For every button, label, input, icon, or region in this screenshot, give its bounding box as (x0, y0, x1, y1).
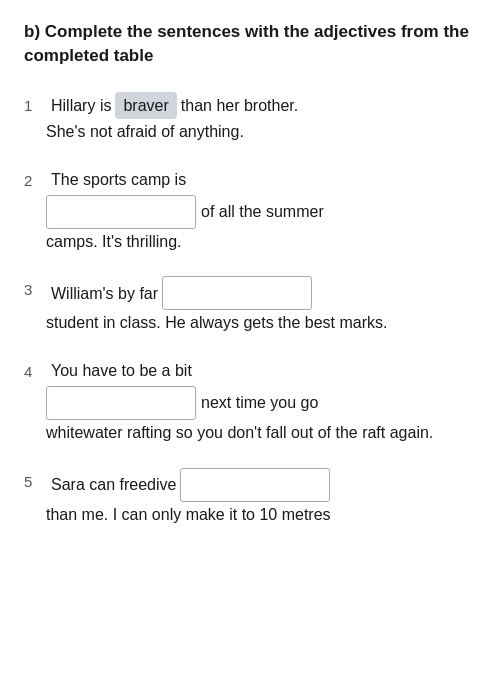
list-item: 4 You have to be a bit next time you go … (24, 358, 476, 446)
answer-input-5[interactable] (180, 468, 330, 502)
answer-input-4[interactable] (46, 386, 196, 420)
answer-input-3[interactable] (162, 276, 312, 310)
item-number-3: 3 (24, 276, 42, 302)
text-next-time: next time you go (201, 394, 318, 412)
text-williams-by-far: William's by far (51, 281, 158, 307)
continuation-2: camps. It's thrilling. (46, 229, 476, 255)
item-number-1: 1 (24, 92, 42, 118)
text-sports-camp: The sports camp is (51, 167, 186, 193)
continuation-3: student in class. He always gets the bes… (24, 310, 476, 336)
text-sara-can: Sara can freedive (51, 472, 176, 498)
list-item: 5 Sara can freedive than me. I can only … (24, 468, 476, 528)
list-item: 3 William's by far student in class. He … (24, 276, 476, 336)
item-number-4: 4 (24, 358, 42, 384)
text-hillary-is: Hillary is (51, 93, 111, 119)
continuation-5: than me. I can only make it to 10 metres (24, 502, 476, 528)
list-item: 1 Hillary is braver than her brother. Sh… (24, 92, 476, 145)
text-than-her-brother: than her brother. (181, 93, 298, 119)
answer-highlight-1: braver (115, 92, 176, 120)
continuation-4: whitewater rafting so you don't fall out… (46, 420, 476, 446)
continuation-1: She's not afraid of anything. (24, 119, 476, 145)
text-of-all: of all the summer (201, 203, 324, 221)
text-you-have: You have to be a bit (51, 358, 192, 384)
answer-input-2[interactable] (46, 195, 196, 229)
section-title: b) Complete the sentences with the adjec… (24, 20, 476, 68)
item-number-5: 5 (24, 468, 42, 494)
item-number-2: 2 (24, 167, 42, 193)
list-item: 2 The sports camp is of all the summer c… (24, 167, 476, 255)
